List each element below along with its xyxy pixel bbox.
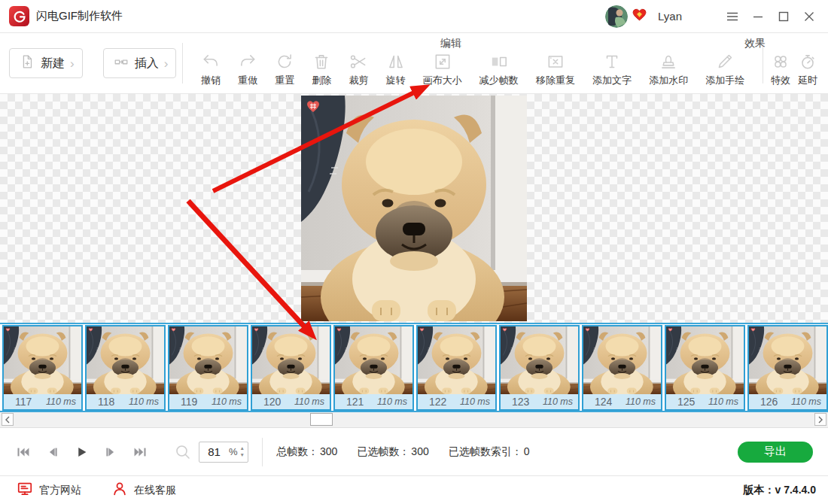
frame-thumbnail — [666, 326, 744, 394]
frame-thumbnail — [252, 326, 330, 394]
frame-duration: 110 ms — [294, 396, 324, 407]
toolbar-item-delete[interactable]: 删除 — [312, 52, 331, 87]
support-icon — [111, 481, 128, 500]
frame-number: 119 — [181, 396, 197, 408]
timeline-frame-119[interactable]: 119110 ms — [168, 325, 248, 411]
undo-icon — [201, 52, 221, 71]
toolbar-item-canvas-size[interactable]: 画布大小 — [423, 52, 462, 87]
tool-label: 延时 — [798, 74, 817, 87]
zoom-value[interactable]: 81 — [199, 445, 229, 458]
canvas-area[interactable] — [0, 94, 828, 323]
footer-bar: 官方网站在线客服 版本：v 7.4.4.0 — [0, 476, 828, 504]
app-logo-icon — [9, 6, 29, 26]
maximize-button[interactable] — [774, 7, 793, 26]
toolbar-item-add-text[interactable]: 添加文字 — [592, 52, 632, 87]
tool-label: 特效 — [771, 74, 790, 87]
version-text: 版本：v 7.4.4.0 — [744, 484, 817, 497]
toolbar-item-undo[interactable]: 撤销 — [201, 52, 221, 87]
edit-section-label: 编辑 — [440, 37, 461, 50]
frame-thumbnail — [583, 326, 661, 394]
toolbar-item-reduce-frames[interactable]: 减少帧数 — [479, 52, 519, 87]
skip-to-start-button[interactable] — [14, 444, 32, 460]
new-button-label: 新建 — [41, 56, 65, 71]
tool-label: 重做 — [238, 74, 257, 87]
frame-duration: 110 ms — [708, 396, 738, 407]
timeline-frame-117[interactable]: 117110 ms — [2, 325, 83, 411]
scrollbar-thumb[interactable] — [310, 413, 333, 426]
scroll-left-button[interactable] — [2, 413, 14, 426]
frame-number: 123 — [512, 396, 529, 408]
website-icon — [17, 481, 33, 500]
gif-preview-image[interactable] — [301, 96, 527, 321]
timeline-frame-122[interactable]: 122110 ms — [416, 325, 497, 411]
toolbar-item-rotate[interactable]: 旋转 — [386, 52, 406, 87]
user-avatar[interactable] — [605, 5, 628, 28]
spinner-down-icon[interactable]: ▼ — [240, 453, 245, 458]
timeline-frame-118[interactable]: 118110 ms — [85, 325, 166, 411]
toolbar-item-effects[interactable]: 特效 — [771, 52, 790, 87]
frame-number: 126 — [760, 396, 778, 408]
next-frame-button[interactable] — [102, 444, 120, 460]
tool-label: 撤销 — [201, 74, 221, 87]
toolbar-item-crop[interactable]: 裁剪 — [349, 52, 368, 87]
delete-icon — [312, 52, 331, 71]
zoom-magnifier-icon — [175, 444, 191, 460]
frame-thumbnail — [169, 326, 247, 394]
skip-to-end-button[interactable] — [131, 444, 149, 460]
frame-duration: 110 ms — [212, 396, 242, 407]
toolbar-item-reset[interactable]: 重置 — [275, 52, 294, 87]
timeline-frame-124[interactable]: 124110 ms — [582, 325, 662, 411]
vip-badge-icon[interactable] — [632, 8, 647, 24]
toolbar-divider — [182, 43, 183, 83]
stat: 总帧数：300 — [276, 445, 337, 459]
frame-duration: 110 ms — [543, 396, 573, 407]
export-button[interactable]: 导出 — [738, 442, 813, 463]
close-button[interactable] — [799, 7, 819, 26]
previous-frame-button[interactable] — [43, 444, 61, 460]
frame-duration: 110 ms — [460, 396, 490, 407]
footer-link-website[interactable]: 官方网站 — [17, 481, 81, 500]
toolbar-item-delay[interactable]: 延时 — [798, 52, 817, 87]
minimize-button[interactable] — [748, 7, 768, 26]
tool-label: 删除 — [312, 74, 331, 87]
scroll-right-button[interactable] — [814, 413, 826, 426]
spinner-up-icon[interactable]: ▲ — [240, 446, 245, 451]
toolbar-item-add-watermark[interactable]: 添加水印 — [649, 52, 688, 87]
footer-link-label: 官方网站 — [39, 484, 81, 497]
new-button[interactable]: 新建 › — [9, 48, 83, 78]
timeline-frame-123[interactable]: 123110 ms — [499, 325, 580, 411]
toolbar-item-add-drawing[interactable]: 添加手绘 — [705, 52, 744, 87]
rotate-icon — [386, 52, 406, 71]
frame-duration: 110 ms — [791, 396, 821, 407]
toolbar-item-remove-duplicate[interactable]: 移除重复 — [536, 52, 575, 87]
stat: 已选帧数索引：0 — [449, 445, 530, 459]
crop-icon — [349, 52, 368, 71]
app-title: 闪电GIF制作软件 — [36, 9, 123, 23]
frame-duration: 110 ms — [377, 396, 407, 407]
timeline-frame-126[interactable]: 126110 ms — [747, 325, 828, 411]
reduce-frames-icon — [489, 52, 509, 71]
footer-link-support[interactable]: 在线客服 — [111, 481, 176, 500]
play-button[interactable] — [72, 444, 90, 460]
username[interactable]: Lyan — [658, 10, 682, 23]
toolbar-item-redo[interactable]: 重做 — [238, 52, 257, 87]
edit-tool-group: 撤销重做重置删除裁剪旋转画布大小减少帧数移除重复添加文字添加水印添加手绘 — [189, 40, 756, 87]
frame-thumbnail — [501, 326, 578, 394]
tool-label: 重置 — [275, 74, 294, 87]
remove-duplicate-icon — [546, 52, 565, 71]
insert-icon — [113, 53, 129, 73]
timeline-scrollbar[interactable] — [0, 412, 828, 428]
frame-thumbnail — [418, 326, 495, 394]
new-file-icon — [19, 53, 35, 73]
tool-label: 添加文字 — [592, 74, 632, 87]
insert-button[interactable]: 插入 › — [103, 48, 177, 78]
canvas-size-icon — [433, 52, 452, 71]
chevron-right-icon: › — [164, 57, 169, 70]
menu-button[interactable] — [723, 7, 742, 26]
timeline-frame-121[interactable]: 121110 ms — [333, 325, 414, 411]
delay-icon — [798, 52, 817, 71]
zoom-level-spinner[interactable]: 81 % ▲ ▼ — [199, 442, 248, 463]
timeline-frame-120[interactable]: 120110 ms — [251, 325, 331, 411]
timeline-frame-125[interactable]: 125110 ms — [665, 325, 745, 411]
insert-button-label: 插入 — [135, 56, 159, 71]
